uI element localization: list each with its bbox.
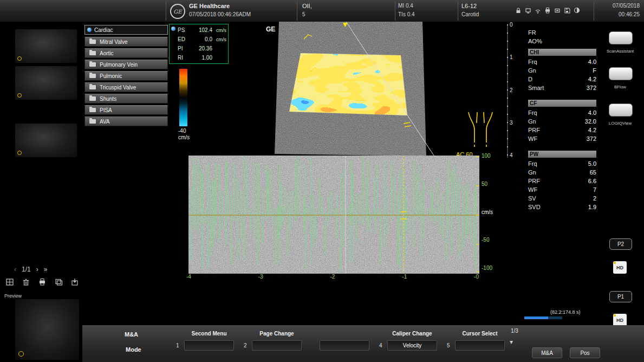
folder-icon — [89, 85, 96, 89]
time-scale-label: -4 — [186, 274, 191, 280]
result-row: ED 0.0 cm/s — [171, 35, 226, 44]
softkey-slot[interactable] — [455, 340, 505, 351]
divider — [395, 1, 395, 21]
parameter-row: Gn 65 — [528, 168, 596, 177]
print-icon[interactable] — [38, 277, 47, 287]
last-page-icon[interactable]: » — [44, 266, 48, 273]
softkey-slot[interactable] — [184, 340, 234, 351]
ma-button[interactable]: M&A — [532, 347, 562, 358]
softkey-slot[interactable]: Velocity — [387, 340, 437, 351]
parameter-row: SV 2 — [528, 194, 596, 203]
softkey — [320, 331, 369, 351]
parameter-value: 1.9 — [588, 204, 596, 210]
next-page-icon[interactable]: › — [36, 266, 38, 273]
category-label: Cardiac — [94, 27, 113, 33]
ultrasound-screen: GE GE Healthcare 07/05/2018 00:46:26ADM … — [0, 0, 644, 362]
parameter-value: 372 — [587, 135, 596, 142]
softkey-page-indicator: 1/3 — [511, 328, 518, 334]
logiqview-label: LOGIQView — [599, 121, 642, 126]
scan-assistant-button[interactable] — [609, 31, 633, 44]
softkey-slot[interactable] — [320, 340, 369, 351]
transfer-icon[interactable] — [70, 277, 80, 287]
parameter-value: 7 — [593, 186, 596, 193]
measurement-menu-item[interactable]: Shunts — [84, 94, 168, 104]
layout-grid-icon[interactable] — [5, 277, 15, 287]
parameter-label: Gn — [528, 118, 536, 125]
measurement-category-header[interactable]: Cardiac — [84, 25, 168, 35]
parameter-label: Gn — [528, 67, 536, 74]
depth-mark: 3 — [510, 120, 513, 126]
parameter-value: 4.0 — [588, 59, 596, 65]
video-printer-icon — [554, 7, 561, 14]
parameter-value: 32.0 — [585, 118, 596, 125]
softkey-slot[interactable] — [252, 340, 302, 351]
folder-icon — [89, 40, 96, 44]
parameter-value: 2 — [593, 195, 596, 202]
film-stack-icon[interactable] — [54, 277, 63, 287]
depth-mark: 4 — [510, 152, 513, 158]
parameter-label: Gn — [528, 169, 536, 176]
clip-thumbnail[interactable] — [15, 29, 77, 63]
parameter-row: Gn 32.0 — [528, 117, 596, 126]
preset-name[interactable]: Carotid — [461, 11, 479, 17]
parameter-label: D — [528, 76, 532, 82]
measurement-item-list: Mitral Valve Aortic Pulmonary Vein Pulmo… — [84, 37, 168, 126]
softkey-number: 5 — [447, 342, 450, 348]
spectral-doppler-display[interactable] — [188, 156, 479, 274]
measurement-menu-item[interactable]: PISA — [84, 105, 168, 115]
folder-icon — [89, 51, 96, 55]
probe-name[interactable]: L6-12 — [461, 3, 477, 9]
depth-mark: 2 — [510, 87, 513, 93]
measurement-menu-item[interactable]: Mitral Valve — [84, 37, 168, 47]
clip-thumbnail[interactable] — [15, 66, 77, 100]
depth-mark: 0 — [510, 22, 513, 28]
p2-button[interactable]: P2 — [609, 238, 632, 250]
mode-header-chi: CHI — [528, 49, 596, 56]
folder-icon — [89, 119, 96, 124]
hd-save-icon[interactable]: HD — [613, 261, 627, 274]
wifi-icon — [534, 7, 542, 14]
parameter-row: Frq 4.0 — [528, 108, 596, 117]
result-row: RI 1.00 — [171, 53, 226, 62]
clipboard-pager: ‹ 1/1 › » — [14, 266, 80, 273]
p1-button[interactable]: P1 — [609, 291, 632, 302]
parameter-row: SVD 1.9 — [528, 203, 596, 211]
trash-icon[interactable] — [22, 277, 31, 287]
pos-button[interactable]: Pos — [570, 347, 600, 358]
softkey: Cursor Select 5 — [455, 331, 505, 351]
time-scale-label: -0 — [474, 274, 479, 280]
bflow-button[interactable] — [609, 67, 633, 80]
result-value: 20.36 — [186, 46, 212, 51]
patient-name[interactable]: OII, — [302, 3, 312, 9]
softkey-next-page-icon[interactable]: ▾ — [510, 338, 513, 346]
measurement-menu-item[interactable]: Tricuspid Valve — [84, 82, 168, 92]
prev-page-icon[interactable]: ‹ — [14, 266, 16, 273]
measurement-menu-item[interactable]: Pulmonic — [84, 71, 168, 81]
parameter-row: PRF 4.2 — [528, 126, 596, 134]
clip-indicator-icon — [18, 351, 24, 357]
active-category-icon — [87, 28, 92, 32]
hd-save-icon[interactable]: HD — [613, 314, 627, 326]
measurement-item-label: Pulmonic — [100, 73, 122, 79]
preview-image[interactable] — [15, 299, 79, 360]
parameter-value: 4.2 — [588, 127, 596, 133]
time-scale-label: -2 — [330, 274, 335, 280]
folder-icon — [89, 74, 96, 78]
color-velocity-scale — [179, 69, 187, 126]
softkey-label: Caliper Change — [387, 331, 437, 338]
exam-datetime: 07/05/2018 00:46:26ADM — [189, 11, 251, 17]
folder-icon — [89, 62, 96, 67]
clip-thumbnail[interactable] — [15, 124, 77, 157]
parameter-value: 372 — [587, 85, 596, 91]
cine-progress-bar[interactable] — [524, 316, 562, 319]
measurement-menu-item[interactable]: AVA — [84, 117, 168, 126]
divider — [458, 1, 458, 21]
measurement-menu-item[interactable]: Aortic — [84, 48, 168, 58]
logiqview-button[interactable] — [609, 104, 633, 117]
measurement-item-label: Aortic — [100, 50, 114, 56]
parameter-label: Frq — [528, 160, 537, 167]
depth-mark: 1 — [510, 54, 513, 60]
mode-header-cf: CF — [528, 100, 596, 107]
carotid-bodymark-icon — [461, 109, 500, 149]
measurement-menu-item[interactable]: Pulmonary Vein — [84, 60, 168, 69]
